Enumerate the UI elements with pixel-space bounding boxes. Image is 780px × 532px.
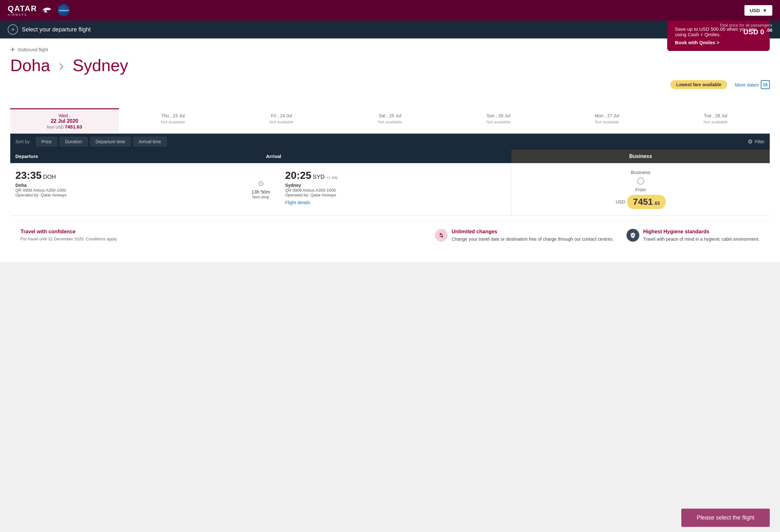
outbound-label: ✈ Outbound flight bbox=[10, 46, 660, 53]
fare-badge-row: Lowest fare available More dates 15 bbox=[10, 80, 770, 89]
date-col-5[interactable]: Mon , 27 Jul Not available bbox=[553, 108, 662, 133]
book-with-qmiles-link[interactable]: Book with Qmiles > bbox=[675, 40, 762, 45]
outbound-label-text: Outbound flight bbox=[18, 47, 48, 52]
date-col-1[interactable]: Thu , 23 Jul Not available bbox=[119, 108, 228, 133]
departure-city: Doha bbox=[15, 183, 237, 188]
confidence-desc-3: Travel with peace of mind in a hygienic … bbox=[643, 237, 760, 242]
departure-code: DOH bbox=[43, 174, 56, 180]
date-col-3[interactable]: Sat , 25 Jul Not available bbox=[336, 108, 444, 133]
oneworld-text: oneworld bbox=[59, 9, 68, 11]
calendar-number: 15 bbox=[763, 82, 768, 87]
confidence-sub-1: For travel until 31 December 2020. Condi… bbox=[20, 237, 422, 241]
date-price-0: from USD 7451.63 bbox=[13, 124, 116, 130]
date-col-0[interactable]: Wed , 22 Jul 2020 from USD 7451.63 bbox=[10, 108, 119, 133]
arrival-col-header: Arrival bbox=[261, 150, 511, 163]
oneworld-logo: oneworld bbox=[58, 4, 70, 16]
dep-time-code: 23:35 DOH bbox=[15, 170, 237, 181]
flight-details-link[interactable]: Flight details bbox=[285, 200, 506, 205]
stop-type: Non-stop bbox=[252, 195, 269, 199]
sort-duration-button[interactable]: Duration bbox=[60, 137, 88, 146]
confidence-item-3: Highest Hygiene standards Travel with pe… bbox=[627, 229, 760, 242]
dates-row: Wed , 22 Jul 2020 from USD 7451.63 Thu ,… bbox=[10, 108, 770, 133]
sort-departure-button[interactable]: Departure time bbox=[90, 137, 131, 146]
unlimited-changes-icon bbox=[435, 229, 448, 242]
flight-left-section: 23:35 DOH Doha QR 0908 Airbus A350-1000 … bbox=[10, 163, 511, 215]
price-all-passengers-label: Total price for all passengers bbox=[720, 23, 772, 28]
sort-price-button[interactable]: Price bbox=[36, 137, 57, 146]
date-from-usd-0: from USD bbox=[47, 125, 65, 130]
price-currency: USD bbox=[743, 28, 758, 36]
arrival-code: SYD bbox=[313, 174, 325, 180]
qatar-logo-bird-icon bbox=[40, 4, 53, 16]
date-day-1: Thu , 23 Jul bbox=[121, 113, 225, 118]
calendar-icon: 15 bbox=[761, 80, 770, 89]
arrival-time: 20:25 bbox=[285, 170, 311, 181]
flight-price-badge: 7451 .63 bbox=[627, 195, 666, 209]
confidence-grid: Travel with confidence For travel until … bbox=[20, 229, 760, 242]
sub-header: ✈ Select your departure flight Total pri… bbox=[0, 20, 780, 39]
sort-by-label: Sort by: bbox=[15, 139, 31, 144]
filter-sliders-icon: ⚙ bbox=[748, 138, 753, 145]
date-unavailable-3: Not available bbox=[338, 119, 442, 124]
total-price-section: Total price for all passengers USD 0 .00 bbox=[720, 23, 772, 36]
confidence-desc-2: Change your travel date or destination f… bbox=[451, 237, 614, 242]
currency-selector-button[interactable]: USD ▼ bbox=[744, 5, 772, 16]
price-main-value: 7451 bbox=[633, 197, 653, 207]
date-day-6: Tue , 28 Jul bbox=[664, 113, 767, 118]
step-label: Select your departure flight bbox=[22, 26, 91, 33]
date-col-6[interactable]: Tue , 28 Jul Not available bbox=[661, 108, 770, 133]
date-amount-0: 7451.63 bbox=[65, 124, 82, 130]
confidence-text-3: Highest Hygiene standards Travel with pe… bbox=[643, 229, 760, 242]
price-integer: 0 bbox=[760, 28, 764, 36]
price-cents-value: .63 bbox=[653, 201, 660, 206]
filter-sort-bar: Sort by: Price Duration Departure time A… bbox=[10, 134, 770, 150]
arr-time-code: 20:25 SYD +1 day bbox=[285, 170, 506, 181]
dates-section: Wed , 22 Jul 2020 from USD 7451.63 Thu ,… bbox=[10, 108, 770, 134]
clock-icon: ⊙ bbox=[258, 180, 264, 188]
more-dates-label: More dates bbox=[735, 82, 759, 88]
flight-step-icon: ✈ bbox=[8, 25, 18, 35]
exchange-icon bbox=[438, 232, 445, 239]
date-col-2[interactable]: Fri , 24 Jul Not available bbox=[227, 108, 336, 133]
date-unavailable-4: Not available bbox=[447, 119, 550, 124]
date-unavailable-5: Not available bbox=[555, 119, 659, 124]
confidence-item-2: Unlimited changes Change your travel dat… bbox=[435, 229, 614, 242]
date-unavailable-6: Not available bbox=[664, 119, 767, 124]
select-business-radio[interactable] bbox=[637, 178, 644, 185]
filter-label: Filter bbox=[755, 139, 765, 144]
logo-text-qatar: QATAR bbox=[8, 4, 37, 13]
date-unavailable-2: Not available bbox=[230, 119, 333, 124]
select-flight-button[interactable]: Please select the flight bbox=[681, 509, 770, 527]
plus-day-label: +1 day bbox=[326, 175, 337, 180]
sort-arrival-button[interactable]: Arrival time bbox=[133, 137, 166, 146]
departure-time: 23:35 bbox=[15, 170, 42, 181]
cabin-label: Business bbox=[631, 170, 650, 175]
price-row: USD 7451 .63 bbox=[616, 195, 666, 209]
logo-text-airways: AIRWAYS bbox=[8, 13, 37, 16]
date-day-3: Sat , 25 Jul bbox=[338, 113, 442, 118]
logo-area: QATAR AIRWAYS oneworld bbox=[8, 4, 70, 16]
hygiene-icon bbox=[627, 229, 639, 242]
duration-text: 13h 50m bbox=[251, 189, 270, 195]
filter-button[interactable]: ⚙ Filter bbox=[748, 138, 765, 145]
shield-icon bbox=[630, 232, 636, 238]
date-col-4[interactable]: Sun , 26 Jul Not available bbox=[444, 108, 553, 133]
arrival-flight-num: QR 0908 Airbus A350-1000 bbox=[285, 188, 506, 193]
date-unavailable-1: Not available bbox=[121, 119, 225, 124]
route-arrow-icon: › bbox=[59, 56, 69, 75]
flight-step: ✈ Select your departure flight bbox=[8, 25, 91, 35]
more-dates-button[interactable]: More dates 15 bbox=[735, 80, 770, 89]
date-full-0: 22 Jul 2020 bbox=[13, 118, 116, 124]
arrival-info: 20:25 SYD +1 day Sydney QR 0908 Airbus A… bbox=[285, 170, 506, 209]
duration-info: ⊙ 13h 50m Non-stop bbox=[242, 170, 280, 209]
date-day-0: Wed , bbox=[13, 113, 116, 118]
confidence-title-2: Unlimited changes bbox=[451, 229, 614, 235]
departure-col-header: Departure bbox=[10, 150, 261, 163]
lowest-fare-badge: Lowest fare available bbox=[670, 80, 727, 89]
date-day-4: Sun , 26 Jul bbox=[447, 113, 550, 118]
date-day-2: Fri , 24 Jul bbox=[230, 113, 333, 118]
destination-city: Sydney bbox=[73, 56, 128, 75]
confidence-text-2: Unlimited changes Change your travel dat… bbox=[451, 229, 614, 242]
confidence-title-1: Travel with confidence bbox=[20, 229, 422, 235]
departure-operated-by: Operated by: Qatar Airways bbox=[15, 193, 237, 197]
